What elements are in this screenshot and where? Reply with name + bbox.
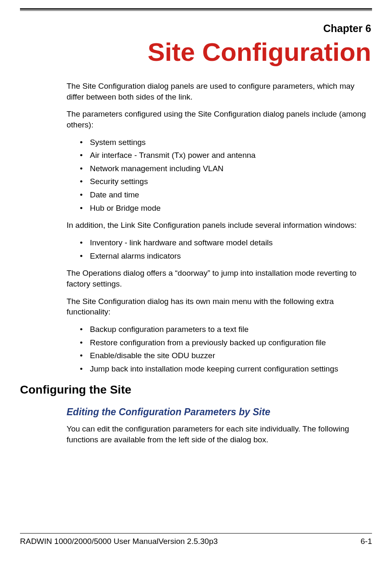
paragraph-after-list-3: The Site Configuration dialog has its ow… [67, 296, 372, 317]
list-item: Security settings [80, 176, 372, 187]
list-item: Backup configuration parameters to a tex… [80, 324, 372, 335]
section-heading: Configuring the Site [20, 383, 372, 396]
list-item: Jump back into installation mode keeping… [80, 364, 372, 374]
paragraph-after-list-2: The Operations dialog offers a “doorway”… [67, 268, 372, 289]
bullet-list-2: Inventory - link hardware and software m… [80, 237, 372, 261]
footer-rule [20, 533, 372, 534]
list-item: External alarms indicators [80, 251, 372, 262]
top-rule [20, 8, 372, 11]
subsection-body: You can edit the configuration parameter… [67, 424, 372, 445]
paragraph-intro-1: The Site Configuration dialog panels are… [67, 81, 372, 102]
chapter-label: Chapter 6 [20, 22, 372, 35]
list-item: Air interface - Transmit (Tx) power and … [80, 150, 372, 161]
paragraph-after-list-1: In addition, the Link Site Configuration… [67, 220, 372, 231]
chapter-title: Site Configuration [20, 37, 372, 67]
bullet-list-1: System settings Air interface - Transmit… [80, 137, 372, 214]
paragraph-intro-2: The parameters configured using the Site… [67, 109, 372, 130]
footer-page-number: 6-1 [361, 537, 372, 546]
list-item: Date and time [80, 189, 372, 200]
list-item: System settings [80, 137, 372, 148]
list-item: Enable/disable the site ODU buzzer [80, 350, 372, 361]
list-item: Restore configuration from a previously … [80, 337, 372, 348]
footer-left: RADWIN 1000/2000/5000 User ManualVersion… [20, 537, 218, 546]
body-content: The Site Configuration dialog panels are… [67, 81, 372, 374]
subsection-heading: Editing the Configuration Parameters by … [67, 406, 372, 418]
list-item: Network management including VLAN [80, 163, 372, 174]
bullet-list-3: Backup configuration parameters to a tex… [80, 324, 372, 374]
list-item: Hub or Bridge mode [80, 203, 372, 214]
page-footer: RADWIN 1000/2000/5000 User ManualVersion… [20, 533, 372, 546]
paragraph-section-body: You can edit the configuration parameter… [67, 424, 372, 445]
list-item: Inventory - link hardware and software m… [80, 237, 372, 248]
